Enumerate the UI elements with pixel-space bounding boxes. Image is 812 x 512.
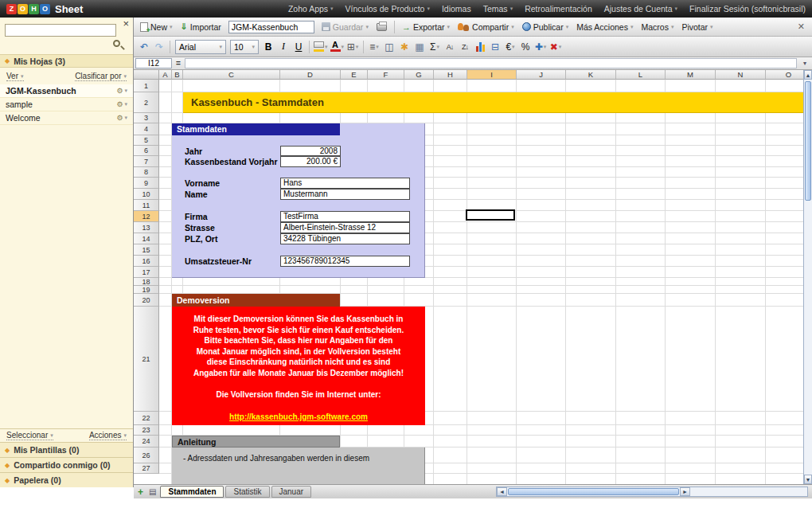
column-header[interactable]: D — [280, 70, 341, 80]
vertical-scroll-thumb[interactable] — [805, 81, 811, 201]
italic-button[interactable]: I — [276, 39, 291, 54]
bold-button[interactable]: B — [261, 39, 275, 54]
search-icon[interactable] — [113, 40, 120, 47]
fill-color-button[interactable]: ▾ — [313, 39, 329, 54]
chart-button[interactable] — [473, 39, 487, 54]
sort-desc-button[interactable]: Z↓ — [458, 39, 472, 54]
field-input[interactable]: 2008 — [280, 146, 341, 156]
row-header[interactable]: 12 — [134, 211, 159, 222]
sum-button[interactable]: Σ▾ — [427, 39, 442, 54]
insert-table-button[interactable]: ▦ — [412, 39, 427, 54]
grid-corner[interactable] — [134, 70, 159, 80]
topbar-menu-item[interactable]: Finalizar Sesión (softonicbrasil) — [689, 4, 806, 14]
toolbar-close-icon[interactable]: ✕ — [794, 21, 809, 32]
column-header[interactable]: L — [616, 70, 666, 80]
row-header[interactable]: 8 — [134, 167, 159, 178]
share-button[interactable]: Compartir▾ — [455, 21, 517, 33]
column-header[interactable]: M — [666, 70, 716, 80]
insert-sheet-button[interactable]: ✱ — [397, 39, 412, 54]
sidebar-item-sheet[interactable]: sample⚙▾ — [0, 98, 133, 111]
gear-icon[interactable]: ⚙▾ — [116, 114, 127, 122]
topbar-menu-item[interactable]: Vínculos de Producto▾ — [345, 4, 430, 14]
add-sheet-button[interactable]: + — [136, 487, 145, 498]
grid-canvas[interactable]: Kassenbuch - Stammdaten Stammdaten Demov… — [159, 80, 812, 484]
search-input[interactable] — [5, 24, 116, 37]
close-icon[interactable]: × — [123, 18, 129, 29]
scroll-left-icon[interactable]: ◄ — [497, 487, 507, 496]
selected-cell-outline[interactable] — [466, 209, 515, 221]
row-header[interactable]: 23 — [134, 425, 159, 436]
euro-format-button[interactable]: €▾ — [503, 39, 517, 54]
row-header[interactable]: 2 — [134, 92, 159, 113]
row-header[interactable]: 3 — [134, 113, 159, 123]
delete-button[interactable]: ✖▾ — [548, 39, 563, 54]
field-input[interactable]: 123456789012345 — [280, 256, 410, 267]
document-name-input[interactable] — [228, 21, 314, 33]
sidebar-item-sheet[interactable]: Welcome⚙▾ — [0, 111, 133, 125]
row-header[interactable]: 26 — [134, 448, 159, 463]
insert-link-button[interactable]: ✚▾ — [533, 39, 548, 54]
field-input[interactable]: Hans — [280, 178, 410, 189]
column-header[interactable]: C — [183, 70, 280, 80]
scroll-right-icon[interactable]: ► — [680, 487, 690, 496]
sheet-tab[interactable]: Statistik — [225, 486, 269, 498]
row-header[interactable]: 4 — [134, 123, 159, 135]
topbar-menu-item[interactable]: Temas▾ — [483, 4, 513, 14]
field-input[interactable]: Albert-Einstein-Strasse 12 — [280, 222, 410, 233]
sheet-tab[interactable]: Januar — [271, 486, 312, 498]
row-header[interactable]: 11 — [134, 200, 159, 211]
row-header[interactable]: 9 — [134, 178, 159, 189]
vertical-scrollbar[interactable]: ▲ ▼ — [803, 70, 812, 484]
row-header[interactable]: 20 — [134, 294, 159, 307]
publish-button[interactable]: Publicar▾ — [519, 21, 572, 33]
merge-cells-button[interactable]: ◫ — [382, 39, 396, 54]
row-header[interactable]: 21 — [134, 307, 159, 412]
sort-by-menu[interactable]: Clasificar por▾ — [75, 72, 127, 81]
topbar-menu-item[interactable]: Idiomas — [442, 4, 471, 14]
row-header[interactable]: 24 — [134, 436, 159, 448]
topbar-menu-item[interactable]: Zoho Apps▾ — [288, 4, 334, 14]
sidebar-item-sheet[interactable]: JGM-Kassenbuch⚙▾ — [0, 84, 133, 98]
font-size-select[interactable]: 10▾ — [230, 40, 259, 54]
column-header[interactable]: K — [566, 70, 616, 80]
field-input[interactable]: Mustermann — [280, 189, 410, 200]
column-header[interactable]: O — [766, 70, 803, 80]
row-header[interactable]: 17 — [134, 267, 159, 278]
column-header[interactable]: J — [517, 70, 566, 80]
row-header[interactable]: 18 — [134, 278, 159, 286]
print-button[interactable] — [373, 21, 390, 33]
row-header[interactable]: 16 — [134, 256, 159, 267]
row-header[interactable]: 13 — [134, 222, 159, 233]
save-button[interactable]: Guardar▾ — [318, 21, 372, 33]
column-header[interactable]: F — [368, 70, 404, 80]
row-header[interactable]: 10 — [134, 189, 159, 200]
sidebar-item-section[interactable]: ◆Mis Plantillas (0) — [0, 442, 133, 457]
field-input[interactable]: TestFirma — [280, 211, 410, 222]
topbar-menu-item[interactable]: Ajustes de Cuenta▾ — [604, 4, 677, 14]
actions-menu[interactable]: Acciones▾ — [89, 431, 127, 440]
undo-button[interactable]: ↶ — [137, 39, 151, 54]
select-menu[interactable]: Seleccionar▾ — [6, 431, 53, 440]
borders-button[interactable]: ⊞▾ — [345, 39, 360, 54]
font-family-select[interactable]: Arial▾ — [175, 40, 226, 54]
field-input[interactable]: 34228 Tübingen — [280, 233, 410, 244]
row-header[interactable]: 14 — [134, 233, 159, 244]
gear-icon[interactable]: ⚙▾ — [116, 100, 127, 108]
scroll-up-icon[interactable]: ▲ — [804, 70, 812, 80]
formula-expand-icon[interactable]: ▾ — [799, 60, 810, 67]
freeze-panes-button[interactable]: ⊟ — [488, 39, 502, 54]
topbar-menu-item[interactable]: Retroalimentación — [525, 4, 592, 14]
sort-asc-button[interactable]: A↓ — [443, 39, 457, 54]
column-header[interactable]: A — [159, 70, 172, 80]
import-button[interactable]: ⇓Importar — [178, 20, 224, 33]
column-header[interactable]: I — [467, 70, 517, 80]
horizontal-scrollbar[interactable]: ◄ ► — [496, 487, 808, 497]
gear-icon[interactable]: ⚙▾ — [116, 87, 127, 95]
my-sheets-header[interactable]: ◆ Mis Hojas (3) — [0, 54, 133, 68]
new-button[interactable]: New▾ — [137, 21, 176, 33]
redo-button[interactable]: ↷ — [152, 39, 166, 54]
font-color-button[interactable]: A▾ — [330, 39, 345, 54]
scroll-down-icon[interactable]: ▼ — [804, 475, 812, 484]
export-button[interactable]: →Exportar▾ — [399, 21, 453, 33]
row-header[interactable]: 15 — [134, 244, 159, 256]
